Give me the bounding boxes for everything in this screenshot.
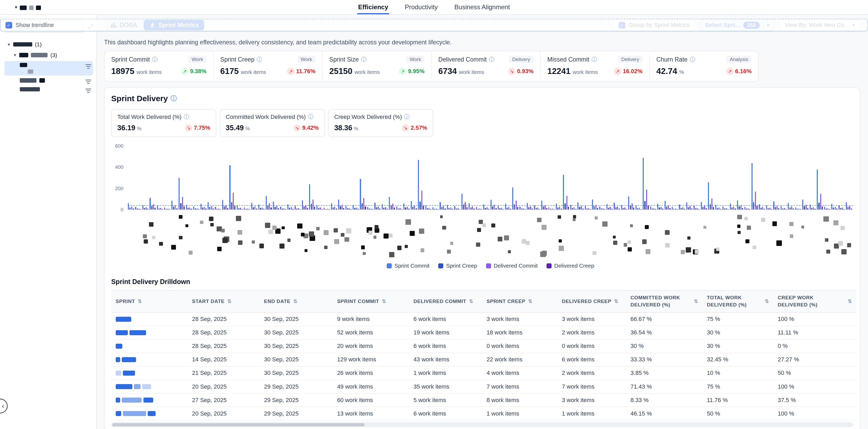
chart-bar (546, 208, 547, 210)
sort-icon[interactable]: ⇅ (528, 298, 532, 304)
table-row[interactable]: 21 Sep, 202530 Sep, 202526 work items1 w… (111, 366, 857, 380)
filter-icon[interactable] (85, 88, 91, 94)
column-header-end-date[interactable]: END DATE⇅ (260, 290, 333, 312)
tab-efficiency[interactable]: Efficiency (357, 0, 390, 14)
sidebar-tree-item[interactable] (4, 85, 93, 93)
sidebar-tree-item[interactable] (4, 76, 93, 84)
redacted-tick-label (737, 215, 742, 219)
legend-item-delivered-creep[interactable]: Delivered Creep (547, 263, 594, 269)
redacted-tick-label (559, 239, 562, 243)
arrow-down-right-icon: ↘ (293, 124, 301, 131)
scrollbar-thumb[interactable] (112, 423, 365, 427)
info-icon[interactable]: ⓘ (152, 57, 157, 62)
table-cell: 71.43 % (626, 380, 702, 393)
chart-bar (307, 208, 308, 210)
chart-bar (641, 209, 642, 210)
chart-bar (382, 204, 383, 210)
chart-bar (474, 208, 475, 210)
column-header-committed-work-delivered-[interactable]: COMMITTED WORK DELIVERED (%)⇅ (626, 290, 702, 312)
table-cell: 1 work items (557, 407, 626, 420)
chart-bar (797, 209, 798, 210)
sort-icon[interactable]: ⇅ (694, 298, 698, 304)
column-header-delivered-commit[interactable]: DELIVERED COMMIT⇅ (409, 290, 482, 312)
column-header-total-work-delivered-[interactable]: TOTAL WORK DELIVERED (%)⇅ (702, 290, 773, 312)
table-row[interactable]: 28 Sep, 202530 Sep, 202552 work items19 … (111, 326, 857, 339)
legend-item-delivered-commit[interactable]: Delivered Commit (486, 263, 538, 269)
sort-icon[interactable]: ⇅ (293, 298, 298, 304)
sort-icon[interactable]: ⇅ (469, 298, 473, 304)
chart-bar (646, 189, 647, 210)
chart-bar (477, 209, 478, 210)
table-row[interactable]: 28 Sep, 202530 Sep, 20259 work items6 wo… (111, 312, 857, 326)
chart-bar (283, 208, 284, 210)
column-header-delivered-creep[interactable]: DELIVERED CREEP⇅ (557, 290, 626, 312)
table-row[interactable]: 20 Sep, 202529 Sep, 202549 work items35 … (111, 380, 857, 393)
redacted-tick-label (491, 223, 495, 227)
info-icon[interactable]: ⓘ (404, 114, 410, 120)
legend-item-sprint-creep[interactable]: Sprint Creep (438, 263, 477, 269)
chart-bar (626, 209, 627, 210)
table-cell: 2 work items (557, 326, 626, 339)
tab-productivity[interactable]: Productivity (404, 0, 439, 14)
tab-business-alignment[interactable]: Business Alignment (453, 0, 511, 14)
info-icon[interactable]: ⓘ (690, 57, 695, 62)
chart-bar (764, 209, 765, 210)
sidebar-tree-item[interactable]: ▾(3) (4, 51, 93, 60)
column-header-sprint-creep[interactable]: SPRINT CREEP⇅ (482, 290, 557, 312)
chart-bar (616, 207, 617, 210)
info-icon[interactable]: ⓘ (184, 114, 189, 120)
chart-bar (436, 208, 437, 210)
redacted-tick-label (210, 223, 214, 226)
chart-bar (362, 203, 363, 210)
chart-bar (291, 207, 292, 210)
column-header-start-date[interactable]: START DATE⇅ (188, 290, 259, 312)
workspace-switcher[interactable]: ▾ (15, 2, 41, 12)
sort-icon[interactable]: ⇅ (848, 298, 852, 304)
chart-bar (443, 206, 444, 210)
show-trendline-toggle[interactable]: ✓ Show trendline (0, 19, 868, 31)
sort-icon[interactable]: ⇅ (614, 298, 618, 304)
redacted-tick-label (259, 244, 264, 248)
metric-title: Sprint Creepⓘ (220, 56, 262, 63)
sidebar-tree-item[interactable] (4, 61, 93, 75)
redacted-tick-label (316, 227, 320, 231)
sort-icon[interactable]: ⇅ (765, 298, 769, 304)
chart-bar (807, 208, 808, 210)
info-icon[interactable]: ⓘ (308, 114, 314, 120)
redacted-tick-label (624, 243, 627, 247)
sort-icon[interactable]: ⇅ (227, 298, 231, 304)
table-row[interactable]: 28 Sep, 202530 Sep, 202520 work items6 w… (111, 339, 857, 353)
metric-unit: work items (459, 69, 484, 75)
redacted-text (20, 5, 26, 10)
table-row[interactable]: 20 Sep, 202529 Sep, 202513 work items6 w… (111, 407, 857, 420)
chart-bar (488, 209, 489, 210)
workspace-name-redacted (20, 2, 41, 12)
column-header-creep-work-delivered-[interactable]: CREEP WORK DELIVERED (%)⇅ (773, 290, 857, 312)
info-icon[interactable]: ⓘ (361, 57, 366, 62)
chart-bar (418, 160, 419, 210)
table-horizontal-scrollbar[interactable] (111, 422, 853, 427)
info-icon[interactable]: ⓘ (489, 57, 495, 62)
metric-category-tag: Delivery (509, 56, 534, 63)
chart-bar (401, 209, 402, 210)
sort-icon[interactable]: ⇅ (137, 298, 142, 304)
info-icon[interactable]: ⓘ (591, 57, 597, 62)
column-header-sprint-commit[interactable]: SPRINT COMMIT⇅ (333, 290, 409, 312)
info-icon[interactable]: ⓘ (170, 95, 177, 101)
legend-item-sprint-commit[interactable]: Sprint Commit (387, 263, 430, 269)
info-icon[interactable]: ⓘ (257, 57, 262, 62)
redacted-tick-label (826, 250, 830, 254)
table-row[interactable]: 27 Sep, 202529 Sep, 202560 work items5 w… (111, 393, 857, 407)
redacted-tick-label (752, 246, 756, 249)
column-header-sprint[interactable]: SPRINT⇅ (111, 290, 188, 312)
sort-icon[interactable]: ⇅ (382, 298, 386, 304)
redacted-tick-label (179, 215, 183, 219)
table-row[interactable]: 14 Sep, 202530 Sep, 2025129 work items43… (111, 353, 857, 366)
chart-bar (218, 208, 219, 210)
chart-bar (253, 207, 254, 210)
filter-icon[interactable] (85, 63, 91, 69)
subcard-unit: % (245, 126, 250, 131)
sidebar-tree-item[interactable]: ▾(1) (4, 40, 93, 50)
filter-icon[interactable] (85, 79, 91, 85)
checkbox-checked-icon[interactable]: ✓ (5, 22, 12, 29)
